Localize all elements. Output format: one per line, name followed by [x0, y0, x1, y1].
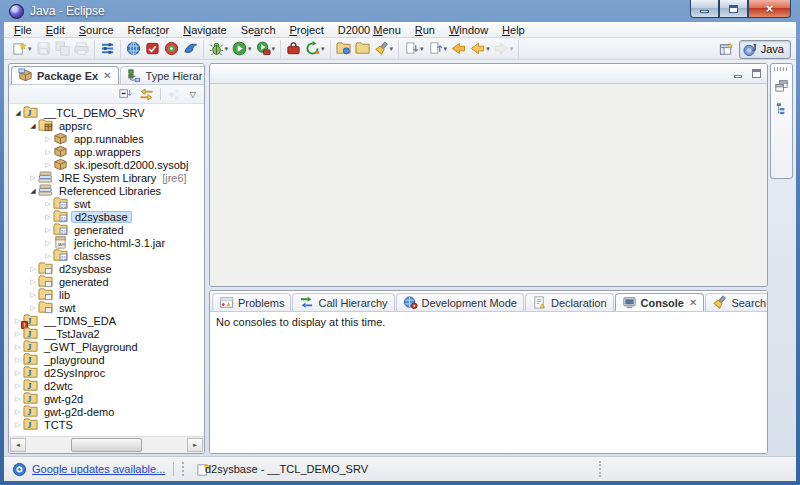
dropdown-arrow-icon[interactable]: ▾	[321, 45, 325, 53]
tree-twisty-icon[interactable]: ▷	[43, 223, 53, 236]
menu-navigate[interactable]: Navigate	[176, 23, 233, 37]
menu-refactor[interactable]: Refactor	[121, 23, 177, 37]
search-button[interactable]: ▾	[372, 40, 396, 57]
tree-twisty-icon[interactable]: ▷	[13, 366, 23, 379]
maximize-editor-icon[interactable]	[749, 67, 763, 81]
d2000-browser-button[interactable]	[124, 40, 143, 57]
google-updates-link[interactable]: Google updates available...	[32, 463, 165, 475]
dropdown-arrow-icon[interactable]: ▾	[28, 45, 32, 53]
menu-search[interactable]: Search	[234, 23, 283, 37]
tree-twisty-icon[interactable]: ▷	[13, 353, 23, 366]
outline-view-button[interactable]	[772, 100, 791, 117]
tree-twisty-icon[interactable]: ▷	[13, 392, 23, 405]
tree-twisty-icon[interactable]: ▷	[43, 132, 53, 145]
tab-search[interactable]: Search	[705, 293, 768, 311]
tab-console[interactable]: Console✕	[615, 293, 705, 311]
dropdown-arrow-icon[interactable]: ▾	[225, 45, 229, 53]
view-menu-icon[interactable]: ▽	[188, 90, 198, 99]
tab-call-hierarchy[interactable]: Call Hierarchy	[292, 293, 394, 311]
open-resource-button[interactable]	[353, 40, 372, 57]
restore-view-button[interactable]	[772, 77, 791, 94]
scroll-left-button[interactable]: ◄	[10, 438, 26, 452]
menu-source[interactable]: Source	[72, 23, 121, 37]
save-button[interactable]	[34, 40, 53, 57]
tree-twisty-icon[interactable]: ▷	[43, 145, 53, 158]
tab-problems[interactable]: Problems	[212, 293, 291, 311]
menu-window[interactable]: Window	[442, 23, 495, 37]
tree-twisty-icon[interactable]: ▷	[13, 418, 23, 431]
back-button[interactable]: ▾	[468, 40, 492, 57]
tree-item-referenced-libraries[interactable]: ◢Referenced Libraries	[9, 184, 204, 197]
tree-twisty-icon[interactable]: ▷	[13, 379, 23, 392]
tree-twisty-icon[interactable]: ◢	[28, 184, 38, 197]
dropdown-arrow-icon[interactable]: ▾	[444, 45, 448, 53]
dropdown-arrow-icon[interactable]: ▾	[420, 45, 424, 53]
tree-twisty-icon[interactable]: ▷	[43, 236, 53, 249]
tree-twisty-icon[interactable]: ▷	[28, 262, 38, 275]
d2000-monitor-button[interactable]	[162, 40, 181, 57]
dropdown-arrow-icon[interactable]: ▾	[272, 45, 276, 53]
dropdown-arrow-icon[interactable]: ▾	[486, 45, 490, 53]
tab-package-ex[interactable]: Package Ex✕	[11, 66, 119, 84]
scroll-right-button[interactable]: ►	[187, 438, 203, 452]
d2000-settings-button[interactable]	[98, 40, 117, 57]
scrollbar-track[interactable]	[26, 438, 187, 452]
menu-d2000-menu[interactable]: D2000 Menu	[331, 23, 408, 37]
fast-view-drag-handle[interactable]	[774, 67, 789, 71]
tab-declaration[interactable]: Declaration	[525, 293, 614, 311]
menu-project[interactable]: Project	[283, 23, 331, 37]
tree-item-appsrc[interactable]: ◢appsrc	[9, 119, 204, 132]
gwt-refresh-button[interactable]: ▾	[303, 40, 327, 57]
statusbar-drag-handle[interactable]	[599, 461, 603, 477]
maximize-button[interactable]	[719, 0, 748, 18]
collapse-all-button[interactable]	[116, 86, 135, 103]
editor-content[interactable]	[210, 84, 767, 286]
next-annotation-button[interactable]: ▾	[402, 40, 426, 57]
d2000-hi-button[interactable]	[181, 40, 200, 57]
close-tab-icon[interactable]: ✕	[689, 297, 697, 308]
tree-twisty-icon[interactable]: ◢	[13, 106, 23, 119]
minimize-button[interactable]	[690, 0, 719, 18]
dropdown-arrow-icon[interactable]: ▾	[248, 45, 252, 53]
tree-item-swt[interactable]: ▷01swt	[9, 197, 204, 210]
tab-type-hierar[interactable]: Type Hierar	[120, 66, 205, 84]
tree-twisty-icon[interactable]: ▷	[13, 340, 23, 353]
print-button[interactable]	[72, 40, 91, 57]
minimize-editor-icon[interactable]	[731, 67, 745, 81]
tree-item-tcts[interactable]: ▷JTCTS	[9, 418, 204, 431]
open-perspective-button[interactable]	[718, 41, 735, 58]
tree-twisty-icon[interactable]: ▷	[43, 210, 53, 223]
tab-development-mode[interactable]: Development Mode	[396, 293, 524, 311]
menu-run[interactable]: Run	[408, 23, 442, 37]
tree-twisty-icon[interactable]: ◢	[28, 119, 38, 132]
debug-button[interactable]: ▾	[207, 40, 231, 57]
tree-item-generated[interactable]: ▷01generated	[9, 223, 204, 236]
d2000-cnf-button[interactable]	[143, 40, 162, 57]
tree-twisty-icon[interactable]: ▷	[28, 288, 38, 301]
menu-edit[interactable]: Edit	[39, 23, 72, 37]
prev-annotation-button[interactable]: ▾	[426, 40, 450, 57]
forward-button[interactable]: ▾	[492, 40, 516, 57]
tree-item-jericho-html-3-1-jar[interactable]: ▷JARjericho-html-3.1.jar	[9, 236, 204, 249]
tree-twisty-icon[interactable]: ▷	[13, 405, 23, 418]
tree-twisty-icon[interactable]: ▷	[28, 171, 38, 184]
last-edit-location-button[interactable]	[449, 40, 468, 57]
tree-item-app-wrappers[interactable]: ▷app.wrappers	[9, 145, 204, 158]
open-type-button[interactable]	[334, 40, 353, 57]
tree-item-app-runnables[interactable]: ▷app.runnables	[9, 132, 204, 145]
tree-item-d2sysbase[interactable]: ▷01d2sysbase	[9, 210, 204, 223]
view-menu-button[interactable]: ▽	[186, 89, 200, 100]
dropdown-arrow-icon[interactable]: ▾	[390, 45, 394, 53]
close-button[interactable]: ×	[748, 0, 791, 18]
focus-button[interactable]	[165, 86, 184, 103]
dropdown-arrow-icon[interactable]: ▾	[510, 45, 514, 53]
scrollbar-thumb[interactable]	[71, 438, 142, 452]
menu-help[interactable]: Help	[495, 23, 532, 37]
gwt-compile-button[interactable]	[284, 40, 303, 57]
save-all-button[interactable]	[53, 40, 72, 57]
new-button[interactable]: ▾	[10, 40, 34, 57]
menu-file[interactable]: File	[7, 23, 39, 37]
tree-twisty-icon[interactable]: ▷	[28, 275, 38, 288]
external-tools-button[interactable]: ▾	[254, 40, 278, 57]
link-with-editor-button[interactable]	[137, 86, 156, 103]
